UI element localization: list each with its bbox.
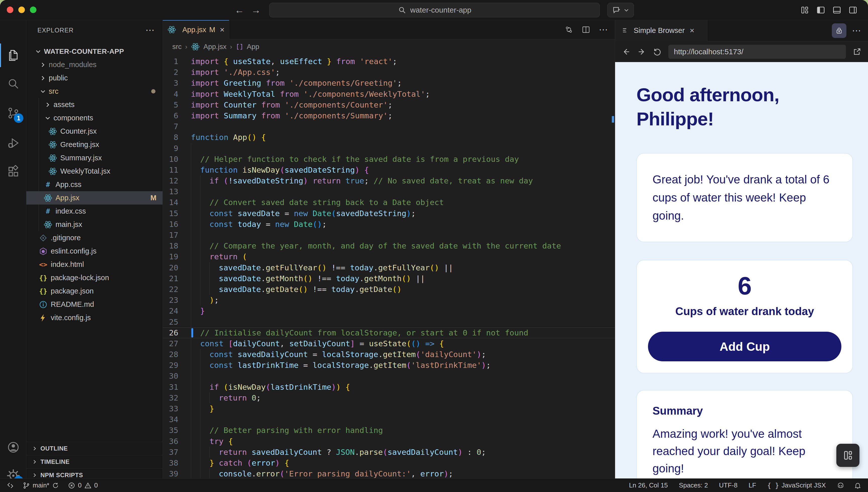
section-npm-scripts[interactable]: NPM SCRIPTS [26, 468, 162, 478]
section-outline[interactable]: OUTLINE [26, 442, 162, 455]
tree-item-vite-config-js[interactable]: vite.config.js [26, 311, 162, 324]
code-line-9[interactable]: 9 [163, 143, 615, 154]
code-line-11[interactable]: 11function isNewDay(savedDateString) { [163, 165, 615, 175]
code-line-20[interactable]: 20savedDate.getFullYear() !== today.getF… [163, 262, 615, 273]
toggle-secondary-sidebar-icon[interactable] [848, 5, 858, 15]
remote-indicator[interactable] [6, 482, 14, 489]
code-line-22[interactable]: 22savedDate.getDate() !== today.getDate(… [163, 284, 615, 295]
notifications[interactable] [854, 482, 862, 489]
copilot-status[interactable] [837, 482, 844, 489]
lock-button[interactable] [832, 23, 846, 38]
open-changes-icon[interactable] [565, 25, 573, 34]
open-external-icon[interactable] [852, 47, 862, 56]
breadcrumb-symbol[interactable]: App [247, 43, 259, 51]
code-line-27[interactable]: 27const [dailyCount, setDailyCount] = us… [163, 338, 615, 349]
encoding[interactable]: UTF-8 [719, 482, 738, 489]
code-line-3[interactable]: 3import Greeting from './components/Gree… [163, 78, 615, 89]
activity-run-debug[interactable] [0, 129, 26, 157]
tree-item-readme-md[interactable]: README.md [26, 298, 162, 311]
code-line-23[interactable]: 23); [163, 295, 615, 305]
browser-back-icon[interactable] [621, 47, 631, 56]
more-actions-icon[interactable]: ⋯ [599, 24, 608, 35]
code-line-37[interactable]: 37return savedDailyCount ? JSON.parse(sa… [163, 447, 615, 458]
code-line-13[interactable]: 13 [163, 186, 615, 197]
tree-item-weeklytotal-jsx[interactable]: WeeklyTotal.jsx [26, 165, 162, 178]
code-line-32[interactable]: 32return 0; [163, 393, 615, 403]
tree-item-node-modules[interactable]: node_modules [26, 58, 162, 71]
code-line-29[interactable]: 29const lastDrinkTime = localStorage.get… [163, 360, 615, 371]
toggle-primary-sidebar-icon[interactable] [816, 5, 825, 15]
code-line-12[interactable]: 12if (!savedDateString) return true; // … [163, 175, 615, 186]
breadcrumb-src[interactable]: src [172, 43, 182, 51]
code-line-2[interactable]: 2import './App.css'; [163, 67, 615, 78]
activity-extensions[interactable] [0, 158, 26, 186]
tree-item-app-jsx[interactable]: App.jsxM [26, 191, 162, 204]
tree-item-summary-jsx[interactable]: Summary.jsx [26, 151, 162, 165]
code-line-26[interactable]: 26// Initialise dailyCount from localSto… [163, 327, 615, 338]
code-line-36[interactable]: 36try { [163, 436, 615, 447]
language-mode[interactable]: { } JavaScript JSX [767, 482, 826, 489]
floating-layout-button[interactable] [836, 444, 860, 467]
history-back-button[interactable]: ← [234, 4, 245, 16]
code-line-38[interactable]: 38} catch (error) { [163, 458, 615, 468]
tree-item-eslint-config-js[interactable]: eslint.config.js [26, 245, 162, 258]
more-actions-icon[interactable]: ⋯ [852, 25, 862, 36]
minimize-window-button[interactable] [18, 6, 25, 13]
breadcrumb-file[interactable]: App.jsx [203, 43, 227, 51]
code-line-28[interactable]: 28const savedDailyCount = localStorage.g… [163, 349, 615, 360]
code-line-17[interactable]: 17 [163, 230, 615, 241]
url-input[interactable]: http://localhost:5173/ [668, 45, 846, 59]
tree-item-assets[interactable]: assets [26, 98, 162, 111]
code-line-24[interactable]: 24} [163, 305, 615, 316]
explorer-more-actions-icon[interactable]: ⋯ [146, 25, 155, 35]
code-line-34[interactable]: 34 [163, 414, 615, 425]
tree-item-greeting-jsx[interactable]: Greeting.jsx [26, 138, 162, 151]
copilot-chat-button[interactable] [607, 3, 634, 17]
tree-item-app-css[interactable]: #App.css [26, 178, 162, 191]
code-line-30[interactable]: 30 [163, 371, 615, 382]
problems-item[interactable]: 0 0 [68, 482, 98, 489]
split-editor-icon[interactable] [582, 25, 590, 34]
code-line-33[interactable]: 33} [163, 403, 615, 414]
code-line-14[interactable]: 14// Convert saved date string back to a… [163, 197, 615, 208]
code-line-4[interactable]: 4import WeeklyTotal from './components/W… [163, 89, 615, 99]
code-line-8[interactable]: 8function App() { [163, 132, 615, 143]
cursor-position[interactable]: Ln 26, Col 15 [629, 482, 668, 489]
browser-reload-icon[interactable] [653, 47, 662, 56]
code-line-35[interactable]: 35// Better parsing with error handling [163, 425, 615, 436]
add-cup-button[interactable]: Add Cup [648, 332, 841, 361]
code-line-18[interactable]: 18// Compare the year, month, and day of… [163, 241, 615, 251]
code-line-1[interactable]: 1import { useState, useEffect } from 're… [163, 56, 615, 67]
activity-source-control[interactable]: 1 [0, 99, 26, 127]
tree-item-counter-jsx[interactable]: Counter.jsx [26, 125, 162, 138]
tree-item-index-html[interactable]: <>index.html [26, 258, 162, 271]
tree-item-public[interactable]: public [26, 71, 162, 85]
tree-item-components[interactable]: components [26, 111, 162, 125]
code-line-16[interactable]: 16const today = new Date(); [163, 219, 615, 230]
tree-item-package-lock-json[interactable]: {}package-lock.json [26, 271, 162, 285]
tree-item-index-css[interactable]: #index.css [26, 204, 162, 218]
section-timeline[interactable]: TIMELINE [26, 455, 162, 468]
activity-search[interactable] [0, 70, 26, 98]
code-line-19[interactable]: 19return ( [163, 251, 615, 262]
close-tab-icon[interactable]: × [220, 25, 225, 34]
code-line-15[interactable]: 15const savedDate = new Date(savedDateSt… [163, 208, 615, 219]
command-center-search[interactable]: water-counter-app [269, 3, 600, 17]
tree-item--gitignore[interactable]: .gitignore [26, 231, 162, 245]
tree-item-main-jsx[interactable]: main.jsx [26, 218, 162, 231]
activity-explorer[interactable] [0, 42, 26, 69]
code-line-39[interactable]: 39console.error('Error parsing dailyCoun… [163, 468, 615, 478]
tab-app-jsx[interactable]: App.jsx M × [163, 20, 229, 39]
code-line-7[interactable]: 7 [163, 121, 615, 132]
tab-simple-browser[interactable]: Simple Browser × [615, 20, 708, 41]
tree-item-package-json[interactable]: {}package.json [26, 285, 162, 298]
code-line-6[interactable]: 6import Summary from './components/Summa… [163, 110, 615, 121]
code-line-25[interactable]: 25 [163, 317, 615, 327]
code-line-10[interactable]: 10// Helper function to check if the sav… [163, 154, 615, 165]
indentation[interactable]: Spaces: 2 [679, 482, 708, 489]
close-window-button[interactable] [7, 6, 13, 13]
code-editor[interactable]: 1import { useState, useEffect } from 're… [163, 54, 615, 478]
activity-account[interactable] [0, 434, 26, 461]
code-line-31[interactable]: 31if (isNewDay(lastDrinkTime)) { [163, 382, 615, 393]
code-line-5[interactable]: 5import Counter from './components/Count… [163, 99, 615, 110]
